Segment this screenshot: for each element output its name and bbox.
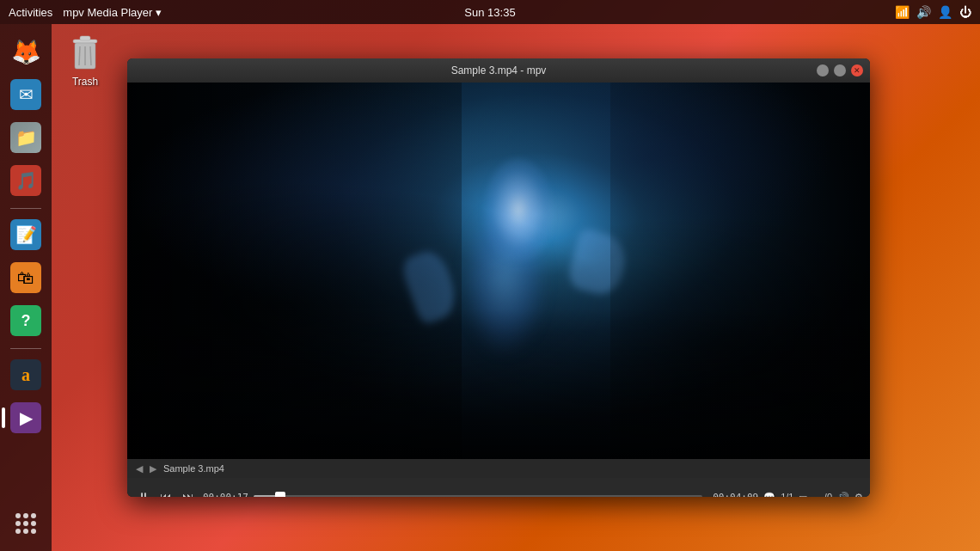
- prev-chapter-button[interactable]: ⏮: [156, 488, 175, 497]
- progress-thumb: [275, 492, 285, 497]
- dock-item-music[interactable]: 🎵: [7, 162, 45, 199]
- dock-separator: [10, 208, 41, 209]
- window-controls: ✕: [817, 64, 863, 77]
- dock-item-writer[interactable]: 📝: [7, 216, 45, 254]
- next-file-button[interactable]: ▶: [150, 463, 156, 474]
- dock-item-appstore[interactable]: 🛍: [7, 259, 45, 297]
- dock-separator-2: [10, 348, 41, 349]
- current-filename: Sample 3.mp4: [163, 463, 224, 474]
- volume-icon[interactable]: 🔊: [916, 5, 931, 19]
- minimize-button[interactable]: [817, 64, 829, 77]
- chat-icon: 💬: [763, 492, 775, 498]
- dock-item-amazon[interactable]: a: [7, 356, 45, 394]
- settings-icon[interactable]: ⚙: [854, 492, 863, 498]
- video-area[interactable]: [127, 83, 870, 459]
- user-icon[interactable]: 👤: [938, 5, 952, 19]
- clock: Sun 13:35: [464, 6, 515, 19]
- dock-item-mail[interactable]: ✉: [7, 76, 45, 113]
- app-menu[interactable]: mpv Media Player ▾: [63, 6, 162, 19]
- grid-icon: [15, 513, 36, 534]
- trash-icon: [64, 33, 106, 74]
- app-menu-label: mpv Media Player: [63, 6, 152, 19]
- trash-desktop-icon[interactable]: Trash: [64, 33, 106, 88]
- video-frame: [127, 83, 870, 459]
- mpv-titlebar: Sample 3.mp4 - mpv ✕: [127, 58, 870, 83]
- topbar: Activities mpv Media Player ▾ Sun 13:35 …: [0, 0, 980, 24]
- wifi-icon[interactable]: 📶: [895, 5, 910, 19]
- mpv-window: Sample 3.mp4 - mpv ✕ ◀ ▶: [127, 58, 870, 497]
- dock-item-help[interactable]: ?: [7, 302, 45, 340]
- trash-label: Trash: [72, 76, 98, 88]
- topbar-left: Activities mpv Media Player ▾: [9, 6, 162, 19]
- svg-line-3: [79, 46, 80, 65]
- video-overlay: [127, 83, 870, 459]
- svg-line-5: [90, 46, 91, 65]
- topbar-indicators: 📶 🔊 👤 ⏻: [895, 5, 971, 19]
- show-applications-button[interactable]: [7, 505, 45, 542]
- mpv-controls: ⏸ ⏮ ⏭ 00:00:17 -00:04:09 💬 1/1 ▭ - -/0 🔊…: [127, 478, 870, 497]
- dock-item-firefox[interactable]: 🦊: [7, 33, 45, 70]
- dock-item-files[interactable]: 📁: [7, 119, 45, 156]
- screen-mode-icon[interactable]: ▭: [799, 492, 807, 498]
- close-button[interactable]: ✕: [851, 64, 863, 77]
- pause-button[interactable]: ⏸: [134, 488, 153, 497]
- volume-ctrl-icon[interactable]: 🔊: [837, 492, 849, 498]
- power-icon[interactable]: ⏻: [959, 5, 971, 19]
- dock: 🦊 ✉ 📁 🎵 📝 🛍 ? a ▶: [0, 24, 52, 551]
- mpv-window-title: Sample 3.mp4 - mpv: [451, 64, 547, 77]
- app-menu-arrow: ▾: [156, 6, 162, 19]
- maximize-button[interactable]: [834, 64, 846, 77]
- activities-button[interactable]: Activities: [9, 6, 52, 19]
- time-remaining: -00:04:09: [707, 492, 759, 498]
- desktop: Activities mpv Media Player ▾ Sun 13:35 …: [0, 0, 980, 551]
- svg-rect-1: [80, 36, 90, 40]
- time-current: 00:00:17: [203, 492, 248, 498]
- progress-bar[interactable]: [254, 495, 702, 497]
- extra-controls: 💬 1/1 ▭ - -/0 🔊 ⚙: [763, 492, 863, 498]
- mpv-subtitle-bar: ◀ ▶ Sample 3.mp4: [127, 459, 870, 478]
- dock-item-mpv[interactable]: ▶: [7, 399, 45, 437]
- playback-controls: ⏸ ⏮ ⏭: [134, 488, 198, 497]
- prev-file-button[interactable]: ◀: [136, 463, 143, 474]
- screen-info: -/0: [821, 492, 832, 497]
- next-chapter-button[interactable]: ⏭: [179, 488, 198, 497]
- playlist-position: 1/1: [781, 492, 793, 497]
